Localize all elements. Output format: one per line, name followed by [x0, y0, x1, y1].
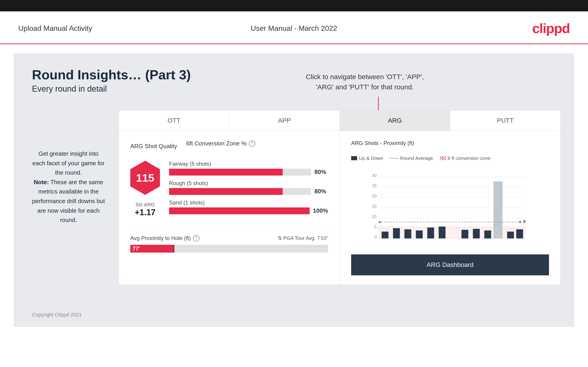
- nav-hint-text: Click to navigate between 'OTT', 'APP','…: [306, 72, 424, 92]
- arg-dashboard-button[interactable]: ARG Dashboard: [351, 254, 549, 275]
- legend-label-6ft: 6 ft conversion zone: [448, 155, 491, 161]
- bar-pct-fairway: 80%: [314, 168, 328, 175]
- svg-rect-16: [382, 232, 389, 238]
- proximity-label: Avg Proximity to Hole (ft) ?: [130, 235, 199, 242]
- hexagon: 115: [130, 161, 160, 195]
- proximity-bar-track: 77': [130, 245, 328, 253]
- footer-text: Copyright Clippd 2021: [32, 312, 82, 317]
- svg-rect-23: [462, 230, 468, 238]
- sg-label: SG ARG: [136, 202, 155, 208]
- svg-text:30: 30: [372, 173, 376, 178]
- svg-rect-18: [405, 229, 411, 238]
- svg-text:5: 5: [374, 225, 376, 229]
- help-icon[interactable]: ?: [249, 141, 255, 147]
- page-title: Round Insights… (Part 3): [32, 67, 556, 82]
- description-text: Get greater insight into each facet of y…: [32, 150, 105, 223]
- svg-rect-26: [507, 232, 514, 238]
- tab-arg[interactable]: ARG: [340, 110, 450, 131]
- svg-rect-19: [416, 230, 423, 238]
- legend-label-round-avg: Round Average: [400, 155, 433, 161]
- conversion-label: 6ft Conversion Zone %: [186, 140, 246, 147]
- bar-fill-fairway: [169, 169, 283, 175]
- bar-label-fairway: Fairway (5 shots): [169, 161, 328, 167]
- chart-area: 0 5 10 15 20 25 30: [351, 168, 549, 250]
- bar-container-rough: 80%: [169, 188, 328, 195]
- proximity-cursor: [174, 245, 174, 253]
- top-bar: [0, 0, 588, 11]
- svg-text:10: 10: [372, 214, 376, 219]
- legend-hatched-box: [440, 156, 446, 160]
- header-underline: [0, 43, 588, 44]
- upload-link[interactable]: Upload Manual Activity: [18, 24, 92, 33]
- tab-app[interactable]: APP: [229, 110, 340, 131]
- svg-text:15: 15: [372, 204, 376, 209]
- right-panel: ARG Shots - Proximity (ft) Up & Down Rou…: [340, 131, 560, 284]
- svg-rect-21: [439, 226, 446, 238]
- svg-marker-29: [378, 221, 381, 223]
- svg-text:8: 8: [523, 219, 526, 224]
- proximity-label-text: Avg Proximity to Hole (ft): [130, 235, 191, 242]
- top-section: 115 SG ARG +1.17 Fairway (5 shots): [130, 161, 328, 219]
- bar-row-rough: Rough (5 shots) 80%: [169, 180, 328, 195]
- chart-header: ARG Shots - Proximity (ft) Up & Down Rou…: [351, 140, 549, 161]
- legend-6ft-zone: 6 ft conversion zone: [440, 155, 491, 161]
- bar-pct-sand: 100%: [313, 207, 328, 214]
- bar-label-rough: Rough (5 shots): [169, 180, 328, 186]
- tab-bar: OTT APP ARG PUTT: [119, 110, 560, 131]
- svg-text:20: 20: [372, 194, 376, 198]
- main-panel: OTT APP ARG PUTT ARG Shot Quality 6ft Co…: [119, 110, 561, 285]
- svg-rect-15: [378, 226, 526, 238]
- svg-marker-30: [519, 221, 522, 223]
- bar-container-fairway: 80%: [169, 168, 328, 175]
- legend-up-down: Up & Down: [351, 155, 383, 161]
- bar-fill-rough: [169, 188, 283, 195]
- header-title: User Manual - March 2022: [251, 24, 337, 33]
- bar-pct-rough: 80%: [314, 188, 328, 195]
- chart-svg: 0 5 10 15 20 25 30: [351, 168, 549, 250]
- hex-number: 115: [136, 172, 154, 184]
- bar-fill-sand: [169, 208, 310, 214]
- left-panel: ARG Shot Quality 6ft Conversion Zone % ?…: [119, 131, 340, 284]
- conversion-label-row: 6ft Conversion Zone % ?: [186, 140, 255, 147]
- bar-row-fairway: Fairway (5 shots) 80%: [169, 161, 328, 175]
- svg-rect-17: [393, 228, 400, 238]
- svg-rect-25: [484, 230, 491, 238]
- legend: Up & Down Round Average 6 ft conversion …: [351, 155, 491, 161]
- svg-text:0: 0: [374, 235, 376, 239]
- svg-rect-22: [493, 182, 503, 238]
- page-subtitle: Every round in detail: [32, 84, 556, 94]
- sg-value: +1.17: [135, 208, 156, 217]
- proximity-bar-fill: 77': [130, 245, 174, 253]
- proximity-section: Avg Proximity to Hole (ft) ? ⇅ PGA Tour …: [130, 230, 328, 253]
- legend-box-up-down: [351, 156, 357, 160]
- legend-label-up-down: Up & Down: [359, 155, 383, 161]
- bars-section: Fairway (5 shots) 80% Rough (5 shots): [169, 161, 328, 219]
- chart-title: ARG Shots - Proximity (ft): [351, 140, 414, 146]
- logo: clippd: [532, 21, 570, 36]
- proximity-value: 77': [133, 245, 140, 252]
- proximity-header: Avg Proximity to Hole (ft) ? ⇅ PGA Tour …: [130, 235, 328, 242]
- tab-putt[interactable]: PUTT: [450, 110, 560, 131]
- left-description: Get greater insight into each facet of y…: [32, 149, 105, 225]
- svg-rect-27: [516, 229, 523, 238]
- tab-ott[interactable]: OTT: [119, 110, 229, 131]
- legend-round-avg: Round Average: [390, 155, 433, 161]
- panel-body: ARG Shot Quality 6ft Conversion Zone % ?…: [119, 131, 560, 284]
- bar-label-sand: Sand (1 shots): [169, 200, 328, 206]
- legend-dashed-line: [390, 158, 398, 159]
- proximity-help-icon[interactable]: ?: [193, 235, 199, 242]
- bar-track-rough: [169, 188, 311, 195]
- svg-text:25: 25: [372, 184, 376, 188]
- hexagon-container: 115 SG ARG +1.17: [130, 161, 160, 217]
- bar-track-fairway: [169, 169, 311, 175]
- main-content: Round Insights… (Part 3) Every round in …: [14, 53, 574, 327]
- pga-avg: ⇅ PGA Tour Avg: 7'10": [278, 235, 328, 241]
- svg-rect-24: [473, 229, 480, 238]
- bar-track-sand: [169, 208, 310, 214]
- bar-row-sand: Sand (1 shots) 100%: [169, 200, 328, 214]
- footer: Copyright Clippd 2021: [32, 312, 82, 318]
- bar-container-sand: 100%: [169, 207, 328, 214]
- svg-rect-20: [427, 227, 434, 238]
- note-label: Note:: [34, 179, 49, 185]
- shot-quality-label: ARG Shot Quality: [130, 143, 177, 150]
